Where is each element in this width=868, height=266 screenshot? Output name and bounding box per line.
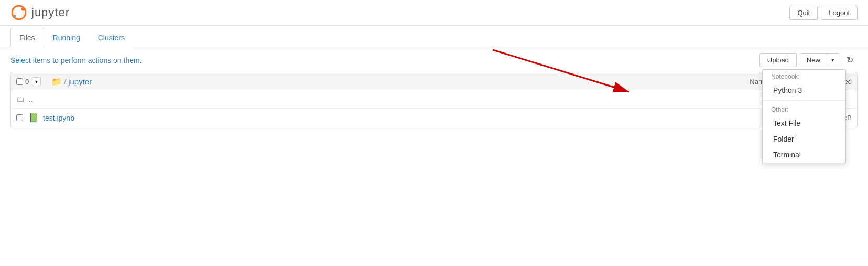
toolbar-right: Upload New ▾ ↻ Notebook: Python 3 Other:…: [760, 52, 858, 68]
select-all-checkbox[interactable]: [16, 78, 23, 85]
breadcrumb-separator: /: [64, 78, 66, 86]
folder-icon: 📁: [51, 77, 62, 87]
check-area: 0 ▾: [16, 77, 41, 86]
text-file-item[interactable]: Text File: [763, 115, 845, 131]
page-wrapper: jupyter Quit Logout Files Running Cluste…: [0, 0, 868, 266]
python3-item[interactable]: Python 3: [763, 82, 845, 98]
logo-text: jupyter: [31, 6, 70, 19]
header-buttons: Quit Logout: [789, 6, 858, 20]
folder-item[interactable]: Folder: [763, 131, 845, 147]
quit-button[interactable]: Quit: [789, 6, 818, 20]
dropdown-divider: [763, 100, 845, 101]
logo-area: jupyter: [10, 4, 70, 21]
file-rows: 🗀 .. 📗 test.ipynb kB: [10, 90, 858, 127]
breadcrumb-area: 📁 / jupyter: [51, 77, 750, 87]
new-dropdown: Notebook: Python 3 Other: Text File Fold…: [762, 69, 846, 163]
tab-clusters[interactable]: Clusters: [89, 28, 134, 47]
file-list-header: 0 ▾ 📁 / jupyter Name Last Modified: [10, 73, 858, 90]
notebook-icon: 📗: [28, 113, 39, 123]
item-count: 0: [25, 78, 29, 86]
svg-point-1: [21, 7, 25, 10]
test-notebook-checkbox[interactable]: [16, 114, 23, 121]
other-section-label: Other:: [763, 103, 845, 115]
breadcrumb-folder-name[interactable]: jupyter: [68, 77, 92, 86]
tab-running[interactable]: Running: [44, 28, 89, 47]
new-button-main[interactable]: New: [800, 54, 827, 67]
refresh-button[interactable]: ↻: [842, 52, 858, 68]
jupyter-logo-icon: [10, 4, 27, 21]
toolbar-row: Select items to perform actions on them.…: [0, 47, 868, 73]
svg-point-2: [14, 15, 16, 17]
terminal-item[interactable]: Terminal: [763, 147, 845, 163]
table-row: 📗 test.ipynb kB: [11, 109, 857, 127]
logout-button[interactable]: Logout: [821, 6, 858, 20]
upload-button[interactable]: Upload: [760, 53, 797, 67]
tabs-bar: Files Running Clusters: [0, 28, 868, 47]
select-dropdown-button[interactable]: ▾: [32, 77, 41, 86]
parent-folder-link[interactable]: ..: [29, 95, 742, 103]
tab-files[interactable]: Files: [10, 28, 44, 47]
header: jupyter Quit Logout: [0, 0, 868, 26]
new-button-caret[interactable]: ▾: [827, 54, 839, 67]
select-items-text: Select items to perform actions on them.: [10, 56, 142, 65]
select-text-link[interactable]: them: [124, 56, 140, 65]
test-notebook-link[interactable]: test.ipynb: [43, 114, 742, 122]
table-row: 🗀 ..: [11, 90, 857, 109]
notebook-section-label: Notebook:: [763, 70, 845, 82]
new-button-group: New ▾: [800, 53, 839, 67]
select-text-prefix: Select items to perform actions on: [10, 56, 124, 65]
parent-folder-icon: 🗀: [16, 94, 25, 104]
select-text-period: .: [140, 56, 142, 65]
